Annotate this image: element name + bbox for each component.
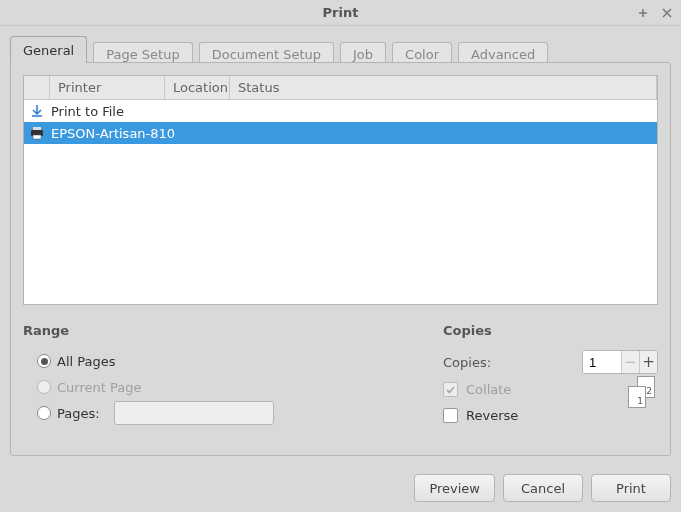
reverse-row[interactable]: Reverse xyxy=(443,402,622,428)
copies-title: Copies xyxy=(443,323,658,338)
copies-spinner: − + xyxy=(582,350,658,374)
tab-panel-general: Printer Location Status Print to File xyxy=(10,62,671,456)
copies-decrement: − xyxy=(621,351,639,373)
range-current-page: Current Page xyxy=(37,374,403,400)
printer-icon xyxy=(24,126,50,140)
tab-bar: General Page Setup Document Setup Job Co… xyxy=(10,34,671,62)
range-pages-label: Pages: xyxy=(57,406,100,421)
printer-list-header: Printer Location Status xyxy=(24,76,657,100)
printer-list[interactable]: Printer Location Status Print to File xyxy=(23,75,658,305)
range-all-pages[interactable]: All Pages xyxy=(37,348,403,374)
window-title: Print xyxy=(323,5,359,20)
radio-icon xyxy=(37,406,51,420)
column-location[interactable]: Location xyxy=(165,76,230,99)
print-dialog: Print General Page Setup Document Setup … xyxy=(0,0,681,512)
range-group: Range All Pages Current Page Pages: xyxy=(23,323,403,428)
cancel-button[interactable]: Cancel xyxy=(503,474,583,502)
close-button[interactable] xyxy=(659,5,675,21)
options-row: Range All Pages Current Page Pages: xyxy=(23,319,658,428)
printer-row-file[interactable]: Print to File xyxy=(24,100,657,122)
svg-rect-2 xyxy=(33,135,41,139)
radio-icon xyxy=(37,380,51,394)
range-pages[interactable]: Pages: xyxy=(37,400,403,426)
printer-row-epson[interactable]: EPSON-Artisan-810 xyxy=(24,122,657,144)
printer-name: EPSON-Artisan-810 xyxy=(50,126,657,141)
collate-preview: 2 1 xyxy=(628,376,658,410)
column-icon[interactable] xyxy=(24,76,50,99)
range-all-label: All Pages xyxy=(57,354,116,369)
radio-icon xyxy=(37,354,51,368)
check-icon xyxy=(445,384,456,395)
maximize-button[interactable] xyxy=(635,5,651,21)
copies-group: Copies Copies: − + xyxy=(443,323,658,428)
column-status[interactable]: Status xyxy=(230,76,657,99)
reverse-label: Reverse xyxy=(466,408,518,423)
collate-label: Collate xyxy=(466,382,511,397)
copies-label: Copies: xyxy=(443,355,503,370)
copies-count-row: Copies: − + xyxy=(443,348,658,376)
dialog-content: General Page Setup Document Setup Job Co… xyxy=(0,26,681,466)
copies-input[interactable] xyxy=(583,351,621,373)
window-controls xyxy=(635,0,675,26)
titlebar: Print xyxy=(0,0,681,26)
range-title: Range xyxy=(23,323,403,338)
copies-increment[interactable]: + xyxy=(639,351,657,373)
range-current-label: Current Page xyxy=(57,380,141,395)
button-bar: Preview Cancel Print xyxy=(0,466,681,512)
reverse-checkbox[interactable] xyxy=(443,408,458,423)
printer-name: Print to File xyxy=(50,104,657,119)
collate-row: Collate xyxy=(443,376,622,402)
plus-icon xyxy=(638,8,648,18)
close-icon xyxy=(662,8,672,18)
pages-input[interactable] xyxy=(114,401,274,425)
printer-list-rows: Print to File EPSON-Artisan-810 xyxy=(24,100,657,304)
page-thumb-1: 1 xyxy=(628,386,646,408)
svg-rect-1 xyxy=(33,127,41,130)
collate-checkbox xyxy=(443,382,458,397)
tab-general[interactable]: General xyxy=(10,36,87,63)
print-button[interactable]: Print xyxy=(591,474,671,502)
column-printer[interactable]: Printer xyxy=(50,76,165,99)
preview-button[interactable]: Preview xyxy=(414,474,495,502)
print-to-file-icon xyxy=(24,104,50,118)
